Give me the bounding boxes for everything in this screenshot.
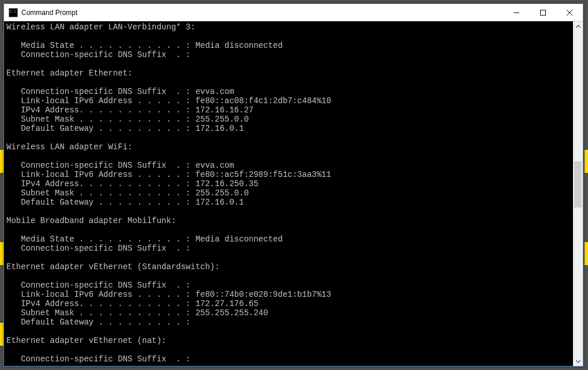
maximize-icon (540, 10, 546, 16)
background-marker (585, 150, 588, 173)
console-output[interactable]: Wireless LAN adapter LAN-Verbindung* 3: … (4, 21, 573, 366)
chevron-down-icon (576, 359, 580, 364)
command-prompt-window: Command Prompt Wireless LAN adapter LAN-… (3, 3, 583, 367)
chevron-up-icon (576, 24, 580, 29)
background-marker (585, 242, 588, 265)
scrollbar-track[interactable] (573, 31, 583, 356)
minimize-button[interactable] (503, 4, 530, 21)
scroll-up-button[interactable] (573, 21, 583, 31)
scrollbar-thumb[interactable] (574, 161, 582, 207)
minimize-icon (514, 10, 519, 16)
close-icon (567, 10, 572, 16)
window-titlebar[interactable]: Command Prompt (4, 4, 583, 21)
maximize-button[interactable] (530, 4, 556, 21)
vertical-scrollbar[interactable] (573, 21, 583, 366)
console-container: Wireless LAN adapter LAN-Verbindung* 3: … (4, 21, 583, 366)
scroll-down-button[interactable] (573, 356, 583, 366)
cmd-icon (9, 8, 18, 17)
svg-rect-1 (541, 10, 546, 15)
window-title: Command Prompt (21, 9, 77, 17)
close-button[interactable] (556, 4, 583, 21)
